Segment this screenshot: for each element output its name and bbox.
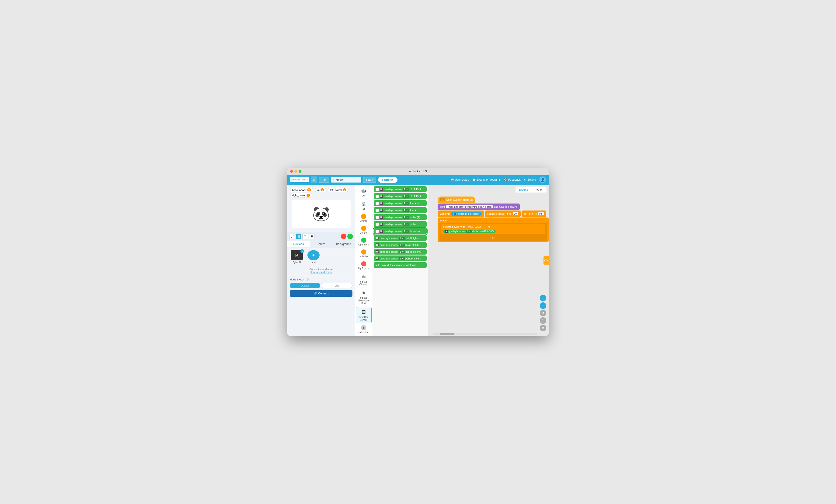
go-button[interactable]	[347, 234, 353, 239]
mode-buttons: Upload Live	[290, 283, 353, 288]
category-iot[interactable]: 📡 IoT	[356, 199, 372, 212]
category-mbot2ext[interactable]: 🔌 mBot2 Extension Port	[356, 288, 372, 306]
zoom-out-button[interactable]: −	[540, 302, 546, 309]
block-item-9[interactable]: 🔲 quad rgb sensor 1 ▼ define color t...	[374, 249, 426, 255]
list-view-button[interactable]: ☰	[302, 234, 308, 239]
close-button[interactable]	[290, 170, 293, 173]
canvas-block-group: 🟧 when CyberPi starts up print Press B t…	[438, 196, 549, 242]
settings-link[interactable]: ⚙ Setting	[524, 178, 536, 181]
live-mode-button[interactable]: Live	[322, 283, 353, 288]
variable-kp[interactable]: kp 0	[315, 188, 326, 192]
fullscreen-button[interactable]: ⛶	[289, 234, 295, 239]
set-basepower-block[interactable]: set base_power ▼ to 30	[485, 211, 520, 217]
block-item-8[interactable]: 🔲 quad rgb sensor 1 ▼ turns off fill li.…	[374, 242, 426, 248]
category-variables[interactable]: Variables	[356, 248, 372, 259]
block-checkbox-6[interactable]	[376, 230, 379, 233]
mbot2chassis-label: mBot2 Chassis	[356, 280, 371, 286]
scrollbar-thumb[interactable]	[440, 333, 454, 335]
refresh-symbol: ↻	[492, 236, 495, 240]
sensor-icon-6: 🔲	[380, 230, 383, 233]
block-item-5[interactable]: 🔲 quad rgb sensor 1 ▼ probe	[374, 221, 426, 227]
forever-block[interactable]: forever set left_power ▼ to base_power -…	[438, 217, 549, 242]
myblocks-dot	[361, 261, 366, 267]
mode-switch: Mode Switch ⓘ Upload Live 🔗 Connect	[287, 276, 355, 298]
block-checkbox-3[interactable]	[376, 209, 379, 212]
panda-icon: 🐼	[312, 207, 330, 221]
block-item-6[interactable]: 🔲 quad rgb sensor 1 ▼ deviation	[374, 228, 426, 234]
example-programs-link[interactable]: 📋 Example Programs	[472, 178, 500, 181]
sensor-icon-1: 🔲	[380, 195, 383, 198]
tab-background[interactable]: Background	[332, 240, 355, 248]
zoom-in-button[interactable]: +	[540, 295, 546, 302]
category-extension[interactable]: + extension	[356, 324, 372, 335]
category-operators[interactable]: Operators	[356, 236, 372, 248]
variable-right-power[interactable]: right_power 0	[290, 193, 312, 197]
tab-devices[interactable]: Devices	[287, 240, 310, 248]
feedback-link[interactable]: 💬 Feedback	[504, 178, 520, 181]
code-tabs: Blocks Python	[515, 187, 547, 193]
panel-tabs: Devices Sprites Background	[287, 240, 355, 248]
block-item-0[interactable]: 🔲 quad rgb sensor 1 ▼ L1, R1's li...	[374, 186, 426, 192]
redo-button[interactable]: ↻	[540, 317, 546, 324]
block-item-7[interactable]: 🔲 quad rgb sensor 1 ▼ set fill light c..…	[374, 235, 426, 241]
kp-value[interactable]: 0.5	[538, 212, 544, 215]
tile-view-button[interactable]: ⊞	[309, 234, 315, 239]
category-events[interactable]: Events	[356, 212, 372, 224]
minimize-button[interactable]	[294, 170, 297, 173]
variables-label: Variables	[359, 255, 368, 258]
block-checkbox-4[interactable]	[376, 216, 379, 219]
variable-left-power[interactable]: left_power 0	[328, 188, 348, 192]
category-ai[interactable]: 🤖 AI	[356, 186, 372, 199]
set-kp-block[interactable]: set kp ▼ to 0.5	[521, 211, 546, 217]
category-myblocks[interactable]: My Blocks	[356, 260, 372, 271]
quadrgb-label: Quad RGB Sensor	[357, 316, 370, 322]
print-block[interactable]: print Press B to start line following an…	[438, 203, 520, 210]
file-menu-button[interactable]: File	[319, 177, 329, 183]
category-quadrgb[interactable]: 🔲 Quad RGB Sensor	[356, 307, 372, 323]
add-device-button[interactable]: +	[307, 250, 320, 260]
fit-button[interactable]: =	[540, 325, 546, 331]
tab-blocks[interactable]: Blocks	[515, 187, 531, 193]
basepower-value[interactable]: 30	[513, 212, 518, 215]
project-title-input[interactable]	[331, 177, 361, 182]
connect-button[interactable]: 🔗 Connect	[290, 290, 353, 297]
sensor-icon-0: 🔲	[380, 188, 383, 191]
block-item-4[interactable]: 🔲 quad rgb sensor 1 ▼ probe (1)...	[374, 214, 426, 220]
set-leftpower-block[interactable]: set left_power ▼ to base_power - kp * 🔲 …	[441, 224, 545, 234]
tab-sprites[interactable]: Sprites	[310, 240, 332, 248]
code-side-toggle[interactable]: </>	[544, 256, 549, 265]
category-mbot2chassis[interactable]: 🤖 mBot2 Chassis	[356, 272, 372, 287]
device-close-button[interactable]: ✕	[301, 249, 304, 253]
block-item-1[interactable]: 🔲 quad rgb sensor 1 ▼ L1, R1's li...	[374, 193, 426, 199]
block-item-11[interactable]: sets color detection mode to Standa...	[374, 262, 426, 268]
wait-block[interactable]: wait until 🔵 button B ▼ pressed?	[438, 211, 484, 217]
block-checkbox-0[interactable]	[376, 188, 379, 191]
horizontal-scrollbar[interactable]	[433, 333, 537, 335]
how-to-use-link[interactable]: How to use device?	[310, 271, 332, 273]
save-button[interactable]: Save	[363, 177, 376, 183]
stop-button[interactable]	[341, 234, 346, 239]
block-checkbox-2[interactable]	[376, 202, 379, 205]
refresh-icon[interactable]: ↺	[311, 176, 317, 183]
event-block[interactable]: 🟧 when CyberPi starts up	[438, 196, 475, 203]
left-panel: base_power 0 kp 0 left_power 0 right_pow…	[287, 185, 355, 336]
variable-base-power[interactable]: base_power 0	[290, 188, 313, 192]
category-control[interactable]: Control	[356, 224, 372, 236]
blocks-panel: 🔲 quad rgb sensor 1 ▼ L1, R1's li... 🔲 q…	[372, 185, 428, 336]
title-bar: mBlock v5.4.3	[287, 168, 549, 175]
app-window: mBlock v5.4.3 makeblock | mBlock ↺ File …	[287, 168, 549, 336]
user-guide-link[interactable]: 📖 User Guide	[451, 178, 469, 181]
cyberpi-label: CyberPi	[292, 261, 301, 264]
block-checkbox-5[interactable]	[376, 222, 379, 226]
maximize-button[interactable]	[299, 170, 301, 173]
block-item-2[interactable]: 🔲 quad rgb sensor 1 ▼ line ▼ in...	[374, 200, 426, 206]
user-avatar[interactable]: 👤	[539, 176, 546, 183]
block-item-10[interactable]: 🔲 quad rgb sensor 1 ▼ performs cali...	[374, 255, 426, 261]
upload-mode-button[interactable]: Upload	[290, 283, 320, 288]
publish-button[interactable]: Publish	[378, 177, 398, 183]
tab-python[interactable]: Python	[531, 187, 547, 193]
block-checkbox-1[interactable]	[376, 195, 379, 198]
grid-view-button[interactable]: ▦	[296, 234, 301, 239]
undo-button[interactable]: ↺	[540, 310, 546, 316]
block-item-3[interactable]: 🔲 quad rgb sensor 1 ▼ line ▼	[374, 207, 426, 213]
